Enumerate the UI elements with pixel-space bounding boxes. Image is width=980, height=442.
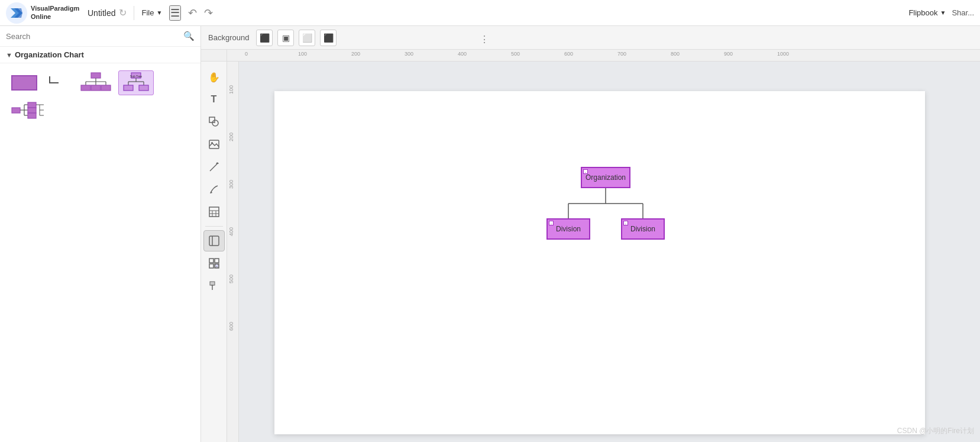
- ruler-mark-700: 700: [617, 51, 626, 57]
- svg-rect-18: [124, 85, 133, 91]
- shapes-tool-button[interactable]: [203, 111, 225, 133]
- division2-node[interactable]: - Division: [621, 218, 665, 240]
- search-input[interactable]: [6, 32, 180, 41]
- shape-org-chart[interactable]: [78, 70, 114, 95]
- ruler-left: 100 200 300 400 500 600: [227, 62, 239, 442]
- line-tool-button[interactable]: [203, 156, 225, 178]
- div2-node-label: Division: [630, 225, 655, 233]
- hamburger-menu-button[interactable]: ☰: [169, 5, 181, 21]
- file-chevron-icon: ▼: [156, 9, 162, 16]
- division1-node[interactable]: - Division: [546, 218, 590, 240]
- shape-connector[interactable]: [44, 73, 73, 92]
- svg-rect-27: [28, 108, 36, 113]
- text-tool-button[interactable]: T: [203, 89, 225, 110]
- flipbook-label: Flipbook: [908, 8, 937, 17]
- shape-subtree[interactable]: Sub Tree: [118, 70, 154, 95]
- shape-rectangle[interactable]: [9, 73, 39, 92]
- canvas-wrapper: ✋ T: [201, 62, 980, 442]
- ruler-mark-300: 300: [405, 51, 413, 57]
- ruler-mark-1000: 1000: [777, 51, 789, 57]
- shape-horizontal-org[interactable]: [9, 100, 48, 121]
- svg-text:+: +: [216, 264, 218, 268]
- canvas-content[interactable]: - Organization - Division -: [239, 62, 980, 442]
- undo-button[interactable]: ↶: [188, 7, 197, 20]
- svg-rect-20: [12, 108, 20, 113]
- svg-rect-9: [81, 85, 90, 91]
- right-actions: Flipbook ▼ Shar...: [908, 8, 974, 17]
- sync-icon[interactable]: ↻: [119, 7, 127, 18]
- ruler-mark-800: 800: [671, 51, 680, 57]
- document-title[interactable]: Untitled: [88, 8, 115, 18]
- ruler-top: 0 100 200 300 400 500 600 700 800 900 10…: [201, 50, 980, 62]
- file-menu-label: File: [141, 8, 154, 17]
- ruler-vmark-400: 400: [228, 227, 234, 236]
- ruler-vmark-600: 600: [228, 322, 234, 331]
- vp-logo-icon: [6, 2, 27, 24]
- div1-node-label: Division: [556, 225, 581, 233]
- svg-rect-40: [209, 207, 219, 217]
- shapes-grid: Sub Tree: [0, 63, 200, 128]
- layout-button[interactable]: +: [203, 253, 225, 274]
- left-toolbar: ✋ T: [201, 62, 227, 442]
- ruler-mark-900: 900: [724, 51, 733, 57]
- ruler-mark-500: 500: [511, 51, 520, 57]
- left-panel: 🔍 ▼ Organization Chart: [0, 26, 201, 442]
- logo-line1: VisualParadigm: [31, 5, 79, 12]
- svg-rect-3: [91, 73, 101, 78]
- svg-rect-53: [210, 282, 215, 285]
- image-tool-button[interactable]: [203, 134, 225, 155]
- pen-tool-button[interactable]: [203, 179, 225, 200]
- title-area: Untitled ↻: [88, 7, 127, 18]
- main-layout: 🔍 ▼ Organization Chart: [0, 26, 980, 442]
- ruler-mark-400: 400: [458, 51, 467, 57]
- flipbook-chevron-icon: ▼: [940, 9, 946, 16]
- svg-rect-45: [209, 236, 219, 246]
- file-menu[interactable]: File ▼: [141, 8, 162, 17]
- search-icon[interactable]: 🔍: [183, 31, 195, 41]
- ruler-vmark-500: 500: [228, 275, 234, 283]
- search-bar: 🔍: [0, 26, 200, 47]
- svg-text:Sub Tree: Sub Tree: [130, 75, 143, 78]
- logo-line2: Online: [31, 13, 79, 21]
- svg-rect-10: [91, 85, 101, 91]
- sidebar-toggle-button[interactable]: [203, 230, 225, 251]
- svg-rect-28: [28, 113, 36, 118]
- logo-text: VisualParadigm Online: [31, 5, 79, 20]
- format-painter-button[interactable]: [203, 275, 225, 296]
- logo-area: VisualParadigm Online: [6, 2, 83, 24]
- div1-node-icon: -: [549, 221, 554, 225]
- category-chevron-icon: ▼: [6, 51, 12, 59]
- share-button[interactable]: Shar...: [952, 8, 974, 17]
- ruler-vmark-100: 100: [228, 85, 234, 94]
- category-header[interactable]: ▼ Organization Chart: [0, 47, 200, 63]
- svg-rect-26: [28, 102, 36, 108]
- svg-rect-11: [101, 85, 111, 91]
- share-label: Shar...: [952, 8, 974, 17]
- flipbook-button[interactable]: Flipbook ▼: [908, 8, 946, 17]
- svg-rect-35: [209, 117, 215, 122]
- canvas-area: Background ⬛ ▣ ⬜ ⬛ 0 100 200 300 400 500…: [201, 26, 980, 442]
- org-node-label: Organization: [586, 173, 626, 182]
- canvas-page[interactable]: - Organization - Division -: [274, 91, 925, 434]
- ruler-mark-100: 100: [298, 51, 307, 57]
- shape-rect-preview: [11, 75, 37, 91]
- redo-button[interactable]: ↷: [204, 7, 213, 20]
- panel-menu-button[interactable]: ⋮: [195, 34, 773, 45]
- hand-tool-button[interactable]: ✋: [203, 66, 225, 88]
- svg-rect-48: [215, 259, 219, 263]
- shape-horg-preview: [11, 102, 47, 120]
- div2-node-icon: -: [623, 221, 628, 225]
- table-tool-button[interactable]: [203, 201, 225, 222]
- ruler-vmark-200: 200: [228, 133, 234, 141]
- ruler-mark-200: 200: [351, 51, 360, 57]
- org-node[interactable]: - Organization: [581, 167, 630, 188]
- svg-line-38: [210, 163, 218, 171]
- svg-rect-19: [139, 85, 148, 91]
- ruler-mark-600: 600: [564, 51, 573, 57]
- shape-connector-preview: [46, 75, 72, 91]
- shape-org-preview: [80, 72, 112, 93]
- ruler-vmark-300: 300: [228, 180, 234, 189]
- toolbar-divider: [205, 226, 223, 227]
- ruler-mark-0: 0: [245, 51, 248, 57]
- org-node-icon: -: [583, 169, 588, 174]
